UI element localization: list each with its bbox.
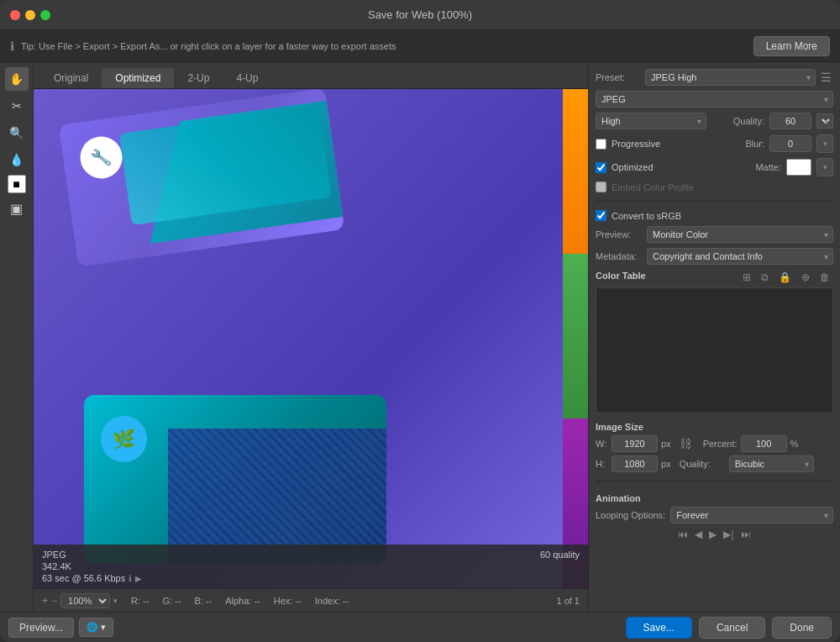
bottom-left: Preview... 🌐 ▾ [8, 618, 113, 638]
width-input[interactable]: 1920 [612, 435, 658, 452]
blur-label: Blur: [718, 139, 764, 149]
convert-srgb-checkbox[interactable] [596, 210, 606, 221]
monitor-tool-button[interactable]: ▣ [5, 197, 29, 220]
minimize-button[interactable] [25, 10, 35, 20]
tab-optimized[interactable]: Optimized [102, 68, 174, 88]
metadata-select[interactable]: Copyright and Contact Info All None [647, 248, 833, 265]
compression-select[interactable]: High Low Medium [596, 113, 706, 129]
looping-select[interactable]: Forever Once 3 Times [670, 507, 833, 524]
width-label: W: [596, 439, 608, 449]
slice-tool-button[interactable]: ✂ [5, 94, 29, 118]
close-button[interactable] [10, 10, 20, 20]
anim-first-button[interactable]: ⏮ [676, 527, 690, 542]
anim-last-button[interactable]: ⏭ [739, 527, 753, 542]
preset-label: Preset: [596, 72, 642, 82]
save-button[interactable]: Save... [626, 617, 692, 639]
card-icon-2: 🌿 [101, 416, 147, 462]
ct-grid-icon[interactable]: ⊞ [739, 270, 754, 285]
convert-srgb-row: Convert to sRGB [596, 210, 833, 221]
progressive-label: Progressive [612, 139, 660, 149]
done-button[interactable]: Done [772, 617, 832, 639]
info-icon: ℹ [10, 39, 14, 53]
browser-icon: 🌐 [87, 622, 98, 633]
ct-delete-icon[interactable]: 🗑 [816, 270, 833, 285]
looping-row: Looping Options: Forever Once 3 Times [596, 507, 833, 524]
ct-add-icon[interactable]: ⊕ [798, 270, 813, 285]
main-window: Save for Web (100%) ℹ Tip: Use File > Ex… [0, 0, 840, 642]
preset-menu-icon[interactable]: ☰ [819, 69, 833, 86]
format-select[interactable]: JPEG PNG-8 PNG-24 GIF [596, 91, 833, 108]
quality-arrow-select[interactable]: ▾ [816, 113, 833, 129]
r-value: R: -- [131, 596, 149, 606]
image-canvas: 🔧 🌿 [34, 89, 588, 588]
divider-1 [596, 201, 833, 202]
preset-select[interactable]: JPEG High JPEG Low JPEG Medium [645, 69, 816, 86]
height-input[interactable]: 1080 [612, 455, 658, 472]
anim-play-button[interactable]: ▶ [707, 527, 718, 542]
zoom-select[interactable]: 100% 50% 200% [60, 593, 110, 608]
metadata-select-wrapper: Copyright and Contact Info All None [647, 248, 833, 265]
info-icon-small: ℹ [129, 574, 132, 583]
right-panel: Preset: JPEG High JPEG Low JPEG Medium ☰… [588, 62, 840, 612]
tab-original[interactable]: Original [40, 68, 102, 88]
anim-next-button[interactable]: ▶| [722, 527, 735, 542]
percent-input[interactable]: 100 [741, 435, 787, 452]
height-label: H: [596, 459, 608, 469]
optimized-checkbox[interactable] [596, 162, 606, 173]
bottom-right: Save... Cancel Done [626, 617, 832, 639]
animation-controls: ⏮ ◀ ▶ ▶| ⏭ [596, 527, 833, 542]
optimized-label: Optimized [612, 162, 654, 172]
quality-label: Quality: [718, 116, 764, 126]
eyedropper-tool-button[interactable]: 💧 [5, 148, 29, 171]
image-extra: ▶ [135, 574, 142, 583]
image-time-label: 63 sec @ 56.6 Kbps [42, 573, 125, 583]
anim-prev-button[interactable]: ◀ [693, 527, 704, 542]
browser-preview-button[interactable]: 🌐 ▾ [79, 618, 113, 637]
animation-label: Animation [596, 493, 833, 503]
optimized-matte-row: Optimized Matte: ▾ [596, 158, 833, 176]
format-select-wrapper: JPEG PNG-8 PNG-24 GIF [596, 91, 833, 108]
color-table-section: Color Table ⊞ ⧉ 🔒 ⊕ 🗑 [596, 270, 833, 413]
main-content: ✋ ✂ 🔍 💧 ■ ▣ Original Optimized 2-Up 4-Up [0, 62, 840, 612]
b-value: B: -- [194, 596, 212, 606]
preview-select-wrapper: Monitor Color Legacy Macintosh [647, 226, 833, 243]
preset-row: Preset: JPEG High JPEG Low JPEG Medium ☰ [596, 69, 833, 86]
tab-bar: Original Optimized 2-Up 4-Up [34, 62, 588, 89]
right-strip [563, 89, 588, 588]
compression-select-wrapper: High Low Medium [596, 113, 706, 129]
cancel-button[interactable]: Cancel [699, 617, 765, 639]
blur-input[interactable]: 0 [769, 135, 811, 152]
preview-button[interactable]: Preview... [8, 618, 74, 638]
tip-bar: ℹ Tip: Use File > Export > Export As... … [0, 30, 840, 62]
learn-more-button[interactable]: Learn More [753, 36, 830, 56]
bottom-bar: Preview... 🌐 ▾ Save... Cancel Done [0, 612, 840, 642]
ct-lock-icon[interactable]: 🔒 [775, 270, 795, 285]
animation-section: Animation Looping Options: Forever Once … [596, 493, 833, 542]
image-size-label: 342.4K [42, 561, 142, 571]
link-icon[interactable]: ⛓ [676, 437, 695, 450]
image-size-label: Image Size [596, 422, 833, 432]
image-info-overlay: JPEG 342.4K 63 sec @ 56.6 Kbps ℹ ▶ 60 qu… [34, 545, 588, 588]
preview-select[interactable]: Monitor Color Legacy Macintosh [647, 226, 833, 243]
quality-input[interactable]: 60 [769, 113, 811, 129]
quality-size-select[interactable]: Bicubic Bilinear Nearest Neighbor [729, 455, 814, 472]
maximize-button[interactable] [40, 10, 50, 20]
divider-2 [596, 481, 833, 482]
alpha-value: Alpha: -- [225, 596, 260, 606]
hand-tool-button[interactable]: ✋ [5, 67, 29, 91]
ct-copy-icon[interactable]: ⧉ [758, 270, 772, 285]
looping-select-wrapper: Forever Once 3 Times [670, 507, 833, 524]
tab-4up[interactable]: 4-Up [223, 68, 271, 88]
zoom-tool-button[interactable]: 🔍 [5, 121, 29, 145]
matte-swatch[interactable] [786, 159, 811, 176]
zoom-control[interactable]: + − 100% 50% 200% ▾ [42, 593, 118, 608]
blur-arrow[interactable]: ▾ [816, 134, 833, 153]
tab-2up[interactable]: 2-Up [174, 68, 223, 88]
matte-arrow[interactable]: ▾ [816, 158, 833, 176]
preview-label: Preview: [596, 229, 642, 239]
window-title: Save for Web (100%) [368, 8, 472, 21]
color-picker-button[interactable]: ■ [8, 175, 26, 193]
progressive-checkbox[interactable] [596, 139, 606, 150]
format-row: JPEG PNG-8 PNG-24 GIF [596, 91, 833, 108]
color-table-toolbar: ⊞ ⧉ 🔒 ⊕ 🗑 [739, 270, 833, 285]
